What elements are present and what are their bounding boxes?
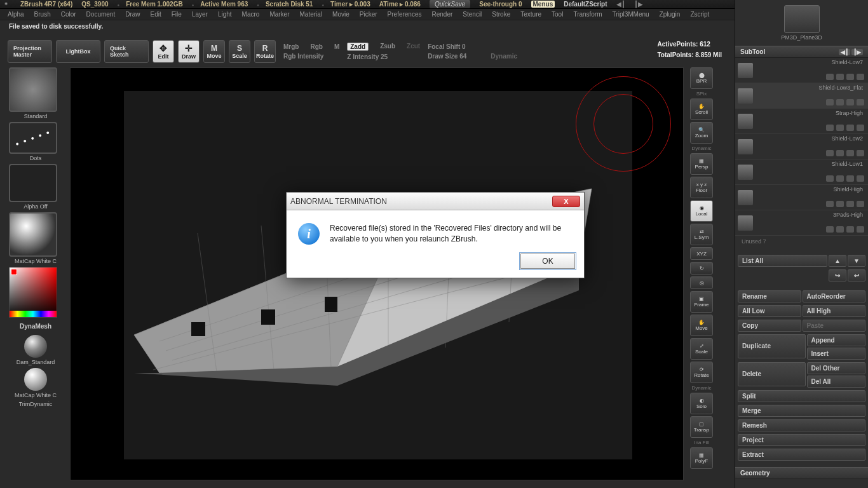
- dialog-titlebar[interactable]: ABNORMAL TERMINATION X: [287, 193, 584, 210]
- dialog-message: Recovered file(s) stored in the 'Recover…: [330, 223, 573, 245]
- dialog-close-button[interactable]: X: [552, 196, 580, 207]
- dialog-title: ABNORMAL TERMINATION: [290, 197, 387, 206]
- dialog-ok-button[interactable]: OK: [520, 254, 575, 269]
- info-icon: i: [298, 223, 320, 245]
- error-dialog: ABNORMAL TERMINATION X i Recovered file(…: [286, 192, 585, 278]
- modal-overlay: ABNORMAL TERMINATION X i Recovered file(…: [0, 0, 868, 488]
